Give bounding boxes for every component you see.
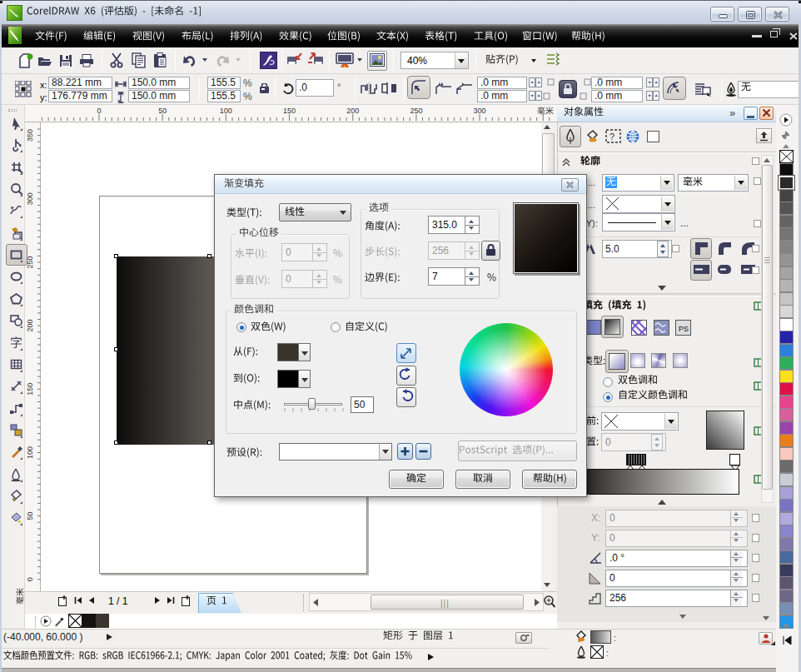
svg-text:300: 300 bbox=[473, 107, 485, 115]
svg-text:0: 0 bbox=[26, 577, 34, 581]
svg-text:50: 50 bbox=[158, 107, 167, 115]
svg-text:150: 150 bbox=[26, 383, 34, 396]
svg-text:100: 100 bbox=[220, 107, 232, 115]
svg-text:0: 0 bbox=[97, 107, 101, 115]
svg-text:?: ? bbox=[609, 132, 614, 142]
svg-text:350: 350 bbox=[26, 129, 34, 142]
svg-text:50: 50 bbox=[26, 512, 34, 520]
svg-text:300: 300 bbox=[26, 192, 34, 205]
svg-text:150: 150 bbox=[283, 107, 296, 115]
svg-text:100: 100 bbox=[26, 446, 34, 459]
svg-text:200: 200 bbox=[346, 107, 359, 115]
svg-text:250: 250 bbox=[410, 107, 422, 115]
svg-text:PS: PS bbox=[679, 325, 689, 333]
svg-text:200: 200 bbox=[26, 320, 34, 332]
